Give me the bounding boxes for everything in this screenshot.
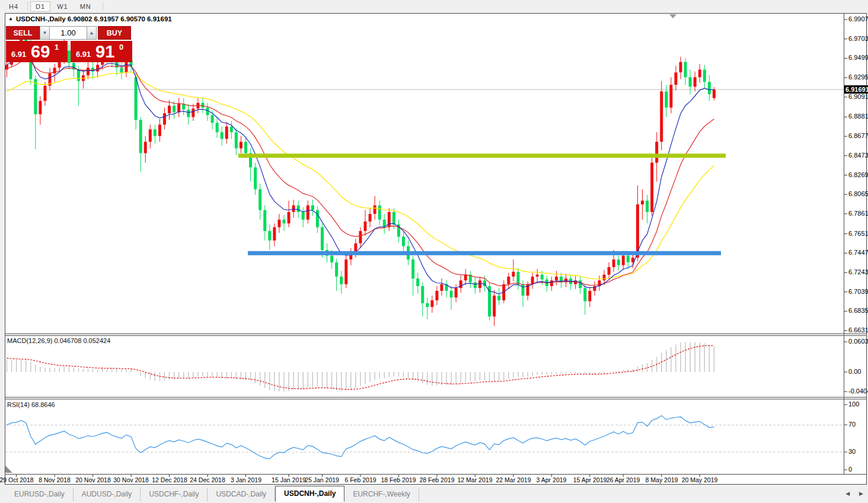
chart-tab-usdcad-daily[interactable]: USDCAD-,Daily [208,488,275,501]
price-axis-label: 6.86770 [848,132,868,139]
date-axis-label: 3 Jan 2019 [231,476,261,483]
rsi-axis-label: 70 [848,421,856,428]
macd-axis-label: 0.00 [848,368,861,375]
chart-tab-usdcnh-daily[interactable]: USDCNH-,Daily [275,486,344,502]
price-axis-label: 6.66310 [848,326,868,334]
bid-price-pip: 1 [55,43,59,52]
price-axis-label: 6.92950 [848,73,868,81]
date-axis-label: 18 Feb 2019 [381,476,416,483]
rsi-axis-label: 0 [848,466,852,473]
date-axis-label: 25 Jan 2019 [305,476,339,483]
date-axis-label: 20 May 2019 [682,476,718,483]
price-axis-label: 6.78610 [848,210,868,217]
one-click-trading-panel: SELL ▼ ▲ BUY 6.91 69 1 6.91 91 0 [6,26,132,63]
ask-quote-panel[interactable]: 6.91 91 0 [71,41,132,62]
macd-label: MACD(12,26,9) 0.046708 0.052424 [7,337,110,344]
ask-price-main: 91 [95,42,114,62]
date-axis-label: 15 Jan 2019 [272,476,306,483]
date-axis-label: 15 Apr 2019 [573,476,607,483]
volume-input[interactable] [50,26,87,40]
price-axis-label: 6.72430 [848,268,868,275]
date-axis-label: 29 Oct 2018 [0,476,34,483]
tab-scroll-left-icon[interactable]: ◀ [845,491,850,496]
price-axis-label: 6.74470 [848,249,868,256]
date-axis-label: 6 Feb 2019 [344,476,376,483]
date-axis-label: 30 Nov 2018 [113,476,149,483]
macd-axis-label: -0.040415 [848,387,868,395]
chart-canvas[interactable] [0,0,868,503]
tab-scroll-nav: ◀ ▶ [845,491,863,496]
volume-increase-button[interactable]: ▲ [87,26,97,40]
date-axis-label: 12 Dec 2018 [152,476,187,483]
chart-tab-bar: EURUSD-,DailyAUDUSD-,DailyUSDCHF-,DailyU… [0,486,868,501]
rsi-axis-label: 30 [848,448,856,455]
rsi-axis-label: 100 [848,401,859,408]
price-axis-label: 6.94990 [848,54,868,61]
date-axis-label: 24 Dec 2018 [190,476,225,483]
price-axis-label: 6.76510 [848,230,868,237]
volume-decrease-button[interactable]: ▼ [40,26,50,40]
chart-tab-audusd-daily[interactable]: AUDUSD-,Daily [74,488,141,501]
date-axis-label: 8 Nov 2018 [39,476,71,483]
date-axis-label: 26 Apr 2019 [607,476,640,483]
chart-title: ▲USDCNH-,Daily 6.90802 6.91957 6.90570 6… [8,15,172,23]
price-axis-label: 6.99070 [848,15,868,23]
chart-tab-eurusd-daily[interactable]: EURUSD-,Daily [6,488,74,501]
date-axis-label: 20 Nov 2018 [75,476,111,483]
chart-tab-eurchf-weekly[interactable]: EURCHF-,Weekly [344,488,419,501]
bid-quote-panel[interactable]: 6.91 69 1 [6,41,68,62]
rsi-label: RSI(14) 68.8646 [7,401,55,408]
tab-scroll-right-icon[interactable]: ▶ [859,491,863,496]
date-axis-label: 8 May 2019 [646,476,678,483]
price-axis-label: 6.90910 [848,93,868,100]
chart-tab-usdchf-daily[interactable]: USDCHF-,Daily [141,488,208,501]
date-axis-label: 12 Mar 2019 [458,476,493,483]
price-axis-label: 6.70390 [848,288,868,295]
price-axis-label: 6.84730 [848,152,868,159]
one-click-collapse-icon[interactable]: ▲ [8,16,13,21]
price-axis-label: 6.82690 [848,171,868,178]
buy-button[interactable]: BUY [98,26,131,40]
current-price-tag: 6.91691 [844,85,868,94]
price-axis-label: 6.97030 [848,35,868,42]
price-axis-label: 6.80650 [848,190,868,197]
chart-title-text: USDCNH-,Daily 6.90802 6.91957 6.90570 6.… [16,15,172,23]
macd-axis-label: 0.060342 [848,338,868,345]
mt4-application: H4D1W1MN ▲USDCNH-,Daily 6.90802 6.91957 … [0,0,868,503]
bid-price-prefix: 6.91 [11,50,26,59]
date-axis-label: 3 Apr 2019 [537,476,567,483]
bid-price-main: 69 [31,42,50,62]
date-axis-label: 28 Feb 2019 [420,476,455,483]
date-axis-label: 22 Mar 2019 [496,476,531,483]
price-axis-label: 6.88810 [848,113,868,120]
sell-button[interactable]: SELL [6,26,40,40]
ask-price-prefix: 6.91 [76,50,91,59]
price-axis-label: 6.68350 [848,307,868,314]
ask-price-pip: 0 [119,43,123,52]
